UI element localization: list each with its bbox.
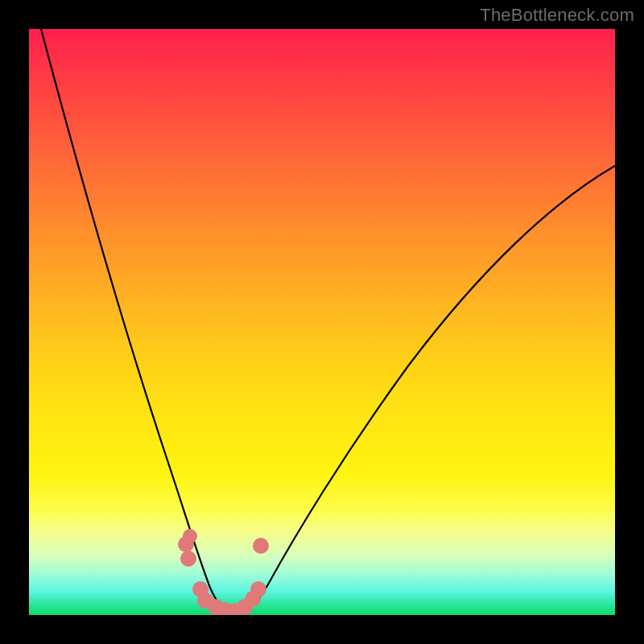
svg-point-10 bbox=[250, 581, 266, 597]
chart-svg bbox=[29, 29, 615, 615]
svg-point-1 bbox=[180, 551, 196, 567]
watermark-text: TheBottleneck.com bbox=[480, 5, 634, 26]
svg-point-2 bbox=[183, 529, 197, 543]
plot-area bbox=[29, 29, 615, 615]
bottleneck-curve bbox=[41, 29, 615, 613]
scatter-near-minimum bbox=[178, 529, 269, 615]
chart-frame: TheBottleneck.com bbox=[0, 0, 644, 644]
svg-point-11 bbox=[253, 538, 269, 554]
